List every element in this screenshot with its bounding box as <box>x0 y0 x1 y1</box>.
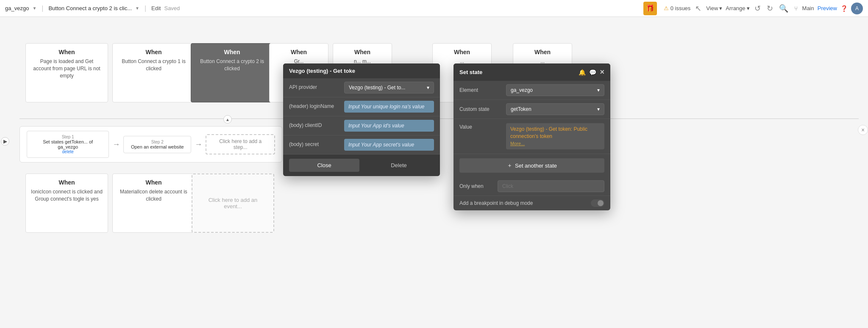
cursor-tool[interactable]: ↖ <box>695 4 701 13</box>
app-dropdown-icon[interactable]: ▼ <box>32 6 36 11</box>
add-step[interactable]: Click here to add a step... <box>206 134 275 154</box>
avatar[interactable]: A <box>851 3 863 14</box>
step1-delete[interactable]: delete <box>32 149 103 154</box>
step1-text: Set states getToken... of ga_vezgo <box>32 139 103 149</box>
when-card-1-title: When <box>58 49 75 55</box>
when-card-5-title: When <box>354 49 370 55</box>
view-dropdown-icon: ▾ <box>719 5 722 11</box>
when-card-3[interactable]: When Button Connect a crypto 2 is clicke… <box>191 43 273 102</box>
when-card-bottom-2[interactable]: When MaterialIcon delete account is clic… <box>112 174 195 233</box>
when-card-1-body: Page is loaded and Get account from page… <box>31 58 103 79</box>
secret-input[interactable]: Input Your App secret's value <box>344 139 434 151</box>
when-card-3-body: Button Connect a crypto 2 is clicked <box>196 58 268 72</box>
step2-label: Step 2 <box>129 140 186 144</box>
when-card-7-title: When <box>534 49 551 55</box>
step2-box[interactable]: Step 2 Open an external website <box>123 136 191 153</box>
flow-container: Step 1 Set states getToken... of ga_vezg… <box>19 126 282 163</box>
api-provider-select[interactable]: Vezgo (testing) - Get to... ▾ <box>344 82 434 94</box>
when-card-2[interactable]: When Button Connect a crypto 1 is clicke… <box>112 43 195 102</box>
bcard1-body: IonicIcon connect is clicked and Group c… <box>31 188 103 203</box>
redo-button[interactable]: ↻ <box>767 4 773 13</box>
add-event-card[interactable]: Click here to add an event... <box>192 174 274 233</box>
preview-button[interactable]: Preview <box>818 5 837 11</box>
element-select[interactable]: ga_vezgo ▾ <box>506 84 604 96</box>
arrange-menu[interactable]: Arrange ▾ <box>726 5 749 11</box>
login-name-input[interactable]: Input Your unique login na's value <box>344 101 434 113</box>
api-provider-value: Vezgo (testing) - Get to... <box>349 85 405 91</box>
help-icon[interactable]: ❓ <box>840 5 848 12</box>
page-name[interactable]: Button Connect a crypto 2 is clic... <box>48 5 132 11</box>
api-panel-title: Vezgo (testing) - Get toke <box>289 68 355 74</box>
step1-arrow: → <box>112 140 120 149</box>
comment-icon[interactable]: 💬 <box>589 69 596 76</box>
login-name-row: (header) loginName Input Your unique log… <box>283 97 440 116</box>
when-card-bottom-1[interactable]: When IonicIcon connect is clicked and Gr… <box>25 174 108 233</box>
view-menu[interactable]: View ▾ <box>706 5 722 11</box>
arrange-label: Arrange <box>726 5 745 11</box>
value-label: Value <box>459 123 502 130</box>
page-dropdown-icon[interactable]: ▼ <box>135 6 139 11</box>
saved-status: Saved <box>164 5 180 11</box>
debug-row: Add a breakpoint in debug mode <box>453 196 610 210</box>
only-when-input[interactable] <box>498 180 604 192</box>
search-button[interactable]: 🔍 <box>779 4 788 13</box>
state-close-button[interactable]: × <box>600 68 604 77</box>
when-card-4-title: When <box>291 49 307 55</box>
notification-icon[interactable]: 🔔 <box>579 69 586 76</box>
set-another-label: Set another state <box>515 163 557 169</box>
branch-icon: ⑂ <box>794 5 798 12</box>
state-panel-header: Set state 🔔 💬 × <box>453 63 610 81</box>
toggle-knob <box>598 200 604 206</box>
view-label: View <box>706 5 718 11</box>
step1-box[interactable]: Step 1 Set states getToken... of ga_vezg… <box>27 131 109 158</box>
bcard2-title: When <box>145 179 161 186</box>
when-card-1[interactable]: When Page is loaded and Get account from… <box>25 43 108 102</box>
api-provider-control: Vezgo (testing) - Get to... ▾ <box>344 82 434 94</box>
secret-row: (body) secret Input Your App secret's va… <box>283 135 440 154</box>
value-row: Value Vezgo (testing) - Get token: Publi… <box>453 119 610 154</box>
element-chevron: ▾ <box>597 87 600 93</box>
api-provider-label: API provider <box>289 82 340 90</box>
when-card-2-body: Button Connect a crypto 1 is clicked <box>118 58 189 72</box>
element-label: Element <box>459 87 502 93</box>
debug-toggle[interactable] <box>591 199 604 207</box>
set-another-state-button[interactable]: ＋ Set another state <box>459 158 604 173</box>
api-provider-chevron: ▾ <box>427 85 429 91</box>
left-expand-button[interactable]: ▶ <box>1 137 9 146</box>
state-panel-icons: 🔔 💬 × <box>579 68 604 77</box>
only-when-label: Only when <box>459 183 493 189</box>
set-state-panel: Set state 🔔 💬 × Element ga_vezgo ▾ Custo… <box>453 63 610 210</box>
edit-button[interactable]: Edit <box>151 5 161 11</box>
plus-icon: ＋ <box>507 162 512 169</box>
custom-state-select[interactable]: getToken ▾ <box>506 103 604 115</box>
api-close-button[interactable]: Close <box>289 159 359 172</box>
secret-control: Input Your App secret's value <box>344 139 434 151</box>
custom-state-value: getToken <box>511 106 531 112</box>
custom-state-row: Custom state getToken ▾ <box>453 100 610 119</box>
arrange-dropdown-icon: ▾ <box>747 5 750 11</box>
api-provider-row: API provider Vezgo (testing) - Get to...… <box>283 78 440 97</box>
gift-icon[interactable]: 🎁 <box>643 2 657 15</box>
issues-count: 0 issues <box>670 5 691 11</box>
client-id-input[interactable]: Input Your App id's value <box>344 120 434 132</box>
topbar-separator1: | <box>42 5 43 12</box>
canvas: ▶ When Page is loaded and Get account fr… <box>0 17 868 328</box>
api-delete-button[interactable]: Delete <box>364 159 434 172</box>
client-id-control: Input Your App id's value <box>344 120 434 132</box>
client-id-row: (body) clientID Input Your App id's valu… <box>283 116 440 135</box>
debug-label: Add a breakpoint in debug mode <box>459 200 533 206</box>
collapse-arrow[interactable]: ▲ <box>223 115 232 124</box>
add-event-label: Click here to add an event... <box>198 188 268 218</box>
element-row: Element ga_vezgo ▾ <box>453 81 610 100</box>
topbar-separator2: | <box>145 5 146 12</box>
state-panel-title: Set state <box>459 69 482 75</box>
app-name[interactable]: ga_vezgo <box>5 5 29 11</box>
undo-button[interactable]: ↺ <box>754 4 761 13</box>
value-more[interactable]: More... <box>510 141 525 146</box>
when-card-6-title: When <box>454 49 470 55</box>
right-panel-close[interactable]: × <box>858 125 868 135</box>
issues-badge[interactable]: ⚠ 0 issues <box>664 5 691 11</box>
value-field[interactable]: Vezgo (testing) - Get token: Public conn… <box>506 123 604 149</box>
value-text: Vezgo (testing) - Get token: Public conn… <box>510 126 587 139</box>
custom-state-chevron: ▾ <box>597 106 600 112</box>
